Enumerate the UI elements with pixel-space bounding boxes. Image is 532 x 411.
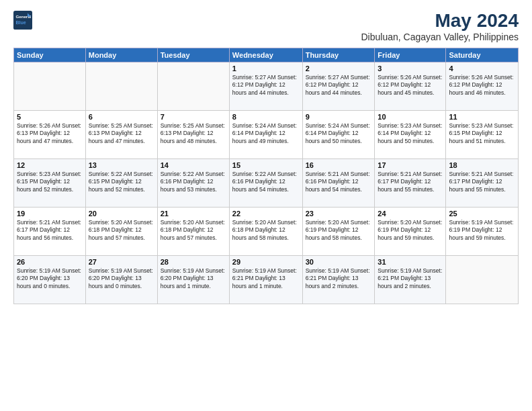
weekday-header-row: SundayMondayTuesdayWednesdayThursdayFrid… — [14, 48, 519, 62]
day-cell — [157, 62, 229, 110]
day-cell: 30Sunrise: 5:19 AM Sunset: 6:21 PM Dayli… — [302, 255, 375, 304]
day-detail: Sunrise: 5:19 AM Sunset: 6:21 PM Dayligh… — [306, 267, 372, 290]
day-cell — [85, 62, 157, 110]
day-cell: 2Sunrise: 5:27 AM Sunset: 6:12 PM Daylig… — [302, 62, 375, 110]
day-cell: 5Sunrise: 5:26 AM Sunset: 6:13 PM Daylig… — [14, 110, 86, 158]
weekday-header-sunday: Sunday — [14, 48, 86, 62]
day-cell: 25Sunrise: 5:19 AM Sunset: 6:19 PM Dayli… — [446, 207, 519, 255]
weekday-header-friday: Friday — [375, 48, 446, 62]
day-number: 3 — [378, 64, 443, 73]
day-number: 28 — [161, 258, 226, 266]
day-number: 31 — [378, 258, 443, 266]
day-cell — [446, 255, 519, 304]
day-cell: 31Sunrise: 5:19 AM Sunset: 6:21 PM Dayli… — [375, 255, 446, 304]
weekday-header-thursday: Thursday — [302, 48, 375, 62]
day-detail: Sunrise: 5:25 AM Sunset: 6:13 PM Dayligh… — [89, 122, 154, 145]
week-row-3: 12Sunrise: 5:23 AM Sunset: 6:15 PM Dayli… — [14, 158, 519, 207]
day-number: 16 — [306, 161, 372, 169]
day-detail: Sunrise: 5:23 AM Sunset: 6:14 PM Dayligh… — [378, 122, 443, 145]
day-detail: Sunrise: 5:19 AM Sunset: 6:20 PM Dayligh… — [161, 267, 226, 290]
day-cell: 9Sunrise: 5:24 AM Sunset: 6:14 PM Daylig… — [302, 110, 375, 158]
day-number: 1 — [232, 64, 300, 73]
day-detail: Sunrise: 5:21 AM Sunset: 6:17 PM Dayligh… — [17, 219, 83, 242]
day-number: 27 — [89, 258, 154, 266]
day-cell: 29Sunrise: 5:19 AM Sunset: 6:21 PM Dayli… — [229, 255, 302, 304]
day-number: 25 — [449, 210, 515, 218]
day-cell: 7Sunrise: 5:25 AM Sunset: 6:13 PM Daylig… — [157, 110, 229, 158]
day-number: 6 — [89, 113, 154, 121]
day-detail: Sunrise: 5:24 AM Sunset: 6:14 PM Dayligh… — [232, 122, 300, 145]
day-cell: 13Sunrise: 5:22 AM Sunset: 6:15 PM Dayli… — [85, 158, 157, 207]
logo: General Blue — [13, 11, 32, 30]
day-cell: 12Sunrise: 5:23 AM Sunset: 6:15 PM Dayli… — [14, 158, 86, 207]
day-number: 17 — [378, 161, 443, 169]
day-number: 22 — [232, 210, 300, 218]
day-cell: 21Sunrise: 5:20 AM Sunset: 6:18 PM Dayli… — [157, 207, 229, 255]
day-cell: 20Sunrise: 5:20 AM Sunset: 6:18 PM Dayli… — [85, 207, 157, 255]
day-detail: Sunrise: 5:19 AM Sunset: 6:21 PM Dayligh… — [232, 267, 300, 290]
day-number: 18 — [449, 161, 515, 169]
logo-icon: General Blue — [13, 11, 32, 30]
weekday-header-tuesday: Tuesday — [157, 48, 229, 62]
day-number: 11 — [449, 113, 515, 121]
day-cell: 11Sunrise: 5:23 AM Sunset: 6:15 PM Dayli… — [446, 110, 519, 158]
day-cell: 6Sunrise: 5:25 AM Sunset: 6:13 PM Daylig… — [85, 110, 157, 158]
day-cell: 8Sunrise: 5:24 AM Sunset: 6:14 PM Daylig… — [229, 110, 302, 158]
weekday-header-wednesday: Wednesday — [229, 48, 302, 62]
day-cell: 28Sunrise: 5:19 AM Sunset: 6:20 PM Dayli… — [157, 255, 229, 304]
day-number: 19 — [17, 210, 83, 218]
weekday-header-saturday: Saturday — [446, 48, 519, 62]
day-detail: Sunrise: 5:26 AM Sunset: 6:12 PM Dayligh… — [449, 74, 515, 97]
day-number: 24 — [378, 210, 443, 218]
day-cell: 22Sunrise: 5:20 AM Sunset: 6:18 PM Dayli… — [229, 207, 302, 255]
day-cell: 23Sunrise: 5:20 AM Sunset: 6:19 PM Dayli… — [302, 207, 375, 255]
day-detail: Sunrise: 5:26 AM Sunset: 6:12 PM Dayligh… — [378, 74, 443, 97]
day-cell: 19Sunrise: 5:21 AM Sunset: 6:17 PM Dayli… — [14, 207, 86, 255]
day-number: 21 — [161, 210, 226, 218]
day-detail: Sunrise: 5:22 AM Sunset: 6:16 PM Dayligh… — [161, 171, 226, 193]
day-number: 30 — [306, 258, 372, 266]
day-cell: 10Sunrise: 5:23 AM Sunset: 6:14 PM Dayli… — [375, 110, 446, 158]
day-detail: Sunrise: 5:22 AM Sunset: 6:15 PM Dayligh… — [89, 171, 154, 193]
day-number: 9 — [306, 113, 372, 121]
day-cell: 1Sunrise: 5:27 AM Sunset: 6:12 PM Daylig… — [229, 62, 302, 110]
day-number: 23 — [306, 210, 372, 218]
day-detail: Sunrise: 5:19 AM Sunset: 6:21 PM Dayligh… — [378, 267, 443, 290]
day-number: 2 — [306, 64, 372, 73]
week-row-1: 1Sunrise: 5:27 AM Sunset: 6:12 PM Daylig… — [14, 62, 519, 110]
day-number: 8 — [232, 113, 300, 121]
day-detail: Sunrise: 5:23 AM Sunset: 6:15 PM Dayligh… — [17, 171, 83, 193]
day-number: 26 — [17, 258, 83, 266]
day-number: 15 — [232, 161, 300, 169]
day-cell: 15Sunrise: 5:22 AM Sunset: 6:16 PM Dayli… — [229, 158, 302, 207]
day-detail: Sunrise: 5:23 AM Sunset: 6:15 PM Dayligh… — [449, 122, 515, 145]
day-cell: 18Sunrise: 5:21 AM Sunset: 6:17 PM Dayli… — [446, 158, 519, 207]
day-cell: 26Sunrise: 5:19 AM Sunset: 6:20 PM Dayli… — [14, 255, 86, 304]
day-cell: 4Sunrise: 5:26 AM Sunset: 6:12 PM Daylig… — [446, 62, 519, 110]
day-detail: Sunrise: 5:26 AM Sunset: 6:13 PM Dayligh… — [17, 122, 83, 145]
day-number: 10 — [378, 113, 443, 121]
day-detail: Sunrise: 5:19 AM Sunset: 6:20 PM Dayligh… — [17, 267, 83, 290]
day-cell: 17Sunrise: 5:21 AM Sunset: 6:17 PM Dayli… — [375, 158, 446, 207]
day-number: 20 — [89, 210, 154, 218]
title-block: May 2024 Dibuluan, Cagayan Valley, Phili… — [361, 11, 519, 42]
day-number: 4 — [449, 64, 515, 73]
day-detail: Sunrise: 5:25 AM Sunset: 6:13 PM Dayligh… — [161, 122, 226, 145]
day-detail: Sunrise: 5:22 AM Sunset: 6:16 PM Dayligh… — [232, 171, 300, 193]
day-cell: 14Sunrise: 5:22 AM Sunset: 6:16 PM Dayli… — [157, 158, 229, 207]
day-number: 5 — [17, 113, 83, 121]
sub-title: Dibuluan, Cagayan Valley, Philippines — [361, 32, 519, 42]
day-detail: Sunrise: 5:21 AM Sunset: 6:16 PM Dayligh… — [306, 171, 372, 193]
day-detail: Sunrise: 5:27 AM Sunset: 6:12 PM Dayligh… — [232, 74, 300, 97]
main-title: May 2024 — [361, 11, 519, 32]
day-number: 12 — [17, 161, 83, 169]
day-cell — [14, 62, 86, 110]
day-detail: Sunrise: 5:21 AM Sunset: 6:17 PM Dayligh… — [378, 171, 443, 193]
day-number: 13 — [89, 161, 154, 169]
page: General Blue May 2024 Dibuluan, Cagayan … — [0, 0, 532, 411]
week-row-4: 19Sunrise: 5:21 AM Sunset: 6:17 PM Dayli… — [14, 207, 519, 255]
day-detail: Sunrise: 5:20 AM Sunset: 6:18 PM Dayligh… — [89, 219, 154, 242]
day-number: 7 — [161, 113, 226, 121]
day-cell: 16Sunrise: 5:21 AM Sunset: 6:16 PM Dayli… — [302, 158, 375, 207]
day-detail: Sunrise: 5:20 AM Sunset: 6:19 PM Dayligh… — [306, 219, 372, 242]
